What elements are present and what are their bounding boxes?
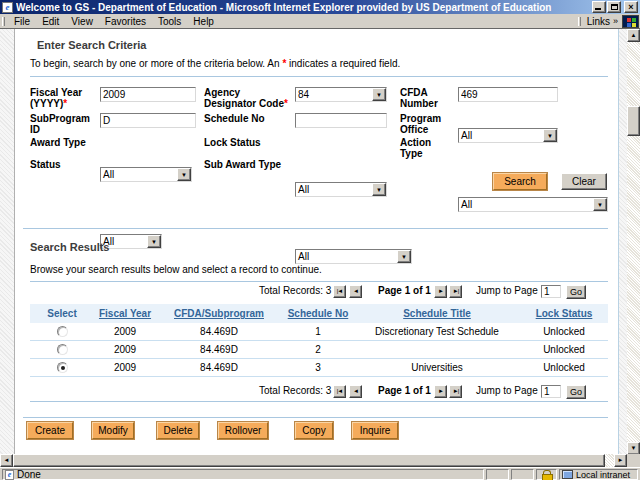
close-button[interactable]: × [624, 1, 638, 13]
restore-button[interactable] [607, 1, 621, 13]
menu-view[interactable]: View [65, 15, 99, 28]
row-select-radio[interactable] [57, 362, 68, 373]
restore-icon [611, 4, 618, 10]
modify-button[interactable]: Modify [92, 422, 134, 439]
first-page-button[interactable]: |◄ [333, 285, 346, 298]
browser-window: e Welcome to GS - Department of Educatio… [0, 0, 640, 480]
horizontal-scrollbar[interactable]: ◄ ► [0, 454, 627, 467]
chevron-down-icon[interactable]: ▼ [177, 168, 191, 181]
column-header-schedule-title[interactable]: Schedule Title [354, 304, 520, 323]
column-header-fiscal-year[interactable]: Fiscal Year [94, 304, 156, 323]
ie-throbber-logo [622, 15, 639, 28]
status-bar: e Done Local intranet [0, 467, 640, 480]
agency-designator-code-select[interactable]: 84 ▼ [295, 87, 387, 102]
scroll-up-icon[interactable]: ▲ [627, 29, 640, 42]
action-type-label: Action Type [400, 137, 455, 159]
lock-status-label: Lock Status [204, 137, 294, 148]
schedule-no-input[interactable] [295, 113, 387, 128]
row-select-radio[interactable] [57, 344, 68, 355]
sub-award-type-label: Sub Award Type [204, 159, 294, 170]
web-page: Enter Search Criteria To begin, search b… [15, 29, 618, 455]
close-icon: × [628, 2, 633, 12]
scroll-left-icon[interactable]: ◄ [0, 454, 13, 467]
zone-pane: Local intranet [559, 469, 638, 480]
links-toolbar-label[interactable]: Links [584, 16, 612, 27]
create-button[interactable]: Create [27, 422, 73, 439]
row-select-radio[interactable] [57, 326, 68, 337]
status-pane [511, 469, 534, 480]
rollover-button[interactable]: Rollover [218, 422, 268, 439]
program-office-select[interactable]: All ▼ [458, 128, 558, 143]
next-page-button[interactable]: ► [434, 285, 447, 298]
jump-to-page-input[interactable] [541, 285, 561, 298]
jump-to-page-input[interactable] [541, 385, 561, 398]
ie-page-icon: e [5, 470, 14, 480]
clear-button[interactable]: Clear [561, 173, 607, 190]
go-button[interactable]: Go [566, 285, 586, 299]
previous-page-button[interactable]: ◄ [349, 385, 362, 398]
chevron-down-icon[interactable]: ▼ [147, 235, 161, 248]
column-header-select: Select [30, 304, 94, 323]
minimize-icon [595, 8, 601, 10]
toolbar-grip[interactable] [2, 17, 5, 26]
inquire-button[interactable]: Inquire [352, 422, 398, 439]
menu-file[interactable]: File [8, 15, 36, 28]
chevron-down-icon[interactable]: ▼ [397, 250, 411, 263]
column-header-schedule-no[interactable]: Schedule No [282, 304, 354, 323]
menu-favorites[interactable]: Favorites [99, 15, 152, 28]
chevron-down-icon[interactable]: ▼ [372, 183, 386, 196]
program-office-label: Program Office [400, 113, 455, 135]
scrollbar-corner [627, 454, 640, 467]
fiscal-year-label: Fiscal Year (YYYY)* [30, 87, 98, 109]
last-page-button[interactable]: ►| [449, 385, 462, 398]
total-records: Total Records: 3 [259, 284, 331, 298]
column-header-cfda-subprogram[interactable]: CFDA/Subprogram [156, 304, 282, 323]
links-chevron-icon[interactable]: » [612, 16, 622, 26]
horizontal-scrollbar-thumb[interactable] [13, 454, 605, 467]
subprogram-id-input[interactable] [100, 113, 196, 128]
first-page-button[interactable]: |◄ [333, 385, 346, 398]
minimize-button[interactable] [592, 1, 606, 13]
security-pane [536, 469, 557, 480]
page-content: Enter Search Criteria To begin, search b… [0, 28, 640, 454]
page-left-margin [0, 29, 15, 455]
status-pane: e Done [2, 469, 484, 480]
action-type-select[interactable]: All ▼ [458, 197, 608, 212]
intranet-zone-icon [562, 470, 573, 479]
vertical-scrollbar-thumb[interactable] [627, 106, 640, 136]
scroll-right-icon[interactable]: ► [614, 454, 627, 467]
status-pane [486, 469, 509, 480]
lock-icon [542, 470, 551, 479]
search-button[interactable]: Search [493, 173, 547, 190]
menu-bar: File Edit View Favorites Tools Help Link… [0, 14, 640, 28]
next-page-button[interactable]: ► [434, 385, 447, 398]
lock-status-select[interactable]: All ▼ [295, 182, 387, 197]
previous-page-button[interactable]: ◄ [349, 285, 362, 298]
menu-edit[interactable]: Edit [36, 15, 65, 28]
go-button[interactable]: Go [566, 385, 586, 399]
search-results-instructions: Browse your search results below and sel… [30, 264, 322, 275]
required-asterisk: * [284, 98, 288, 109]
schedule-no-label: Schedule No [204, 113, 294, 124]
sub-award-type-select[interactable]: All ▼ [295, 249, 412, 264]
section-divider [23, 417, 608, 418]
column-header-lock-status[interactable]: Lock Status [520, 304, 608, 323]
search-criteria-instructions: To begin, search by one or more of the c… [30, 58, 400, 69]
links-toolbar-grip[interactable] [578, 17, 581, 26]
menu-help[interactable]: Help [187, 15, 220, 28]
status-label: Status [30, 159, 98, 170]
chevron-down-icon[interactable]: ▼ [372, 88, 386, 101]
menu-tools[interactable]: Tools [152, 15, 187, 28]
award-type-select[interactable]: All ▼ [100, 167, 192, 182]
delete-button[interactable]: Delete [157, 422, 199, 439]
ie-page-icon: e [2, 2, 13, 13]
chevron-down-icon[interactable]: ▼ [593, 198, 607, 211]
search-criteria-heading: Enter Search Criteria [37, 39, 146, 51]
cfda-number-input[interactable] [458, 87, 558, 102]
results-table: Select Fiscal Year CFDA/Subprogram Sched… [30, 304, 608, 377]
chevron-down-icon[interactable]: ▼ [543, 129, 557, 142]
last-page-button[interactable]: ►| [449, 285, 462, 298]
fiscal-year-input[interactable] [100, 87, 196, 102]
vertical-scrollbar[interactable]: ▲ ▼ [627, 29, 640, 455]
copy-button[interactable]: Copy [295, 422, 333, 439]
